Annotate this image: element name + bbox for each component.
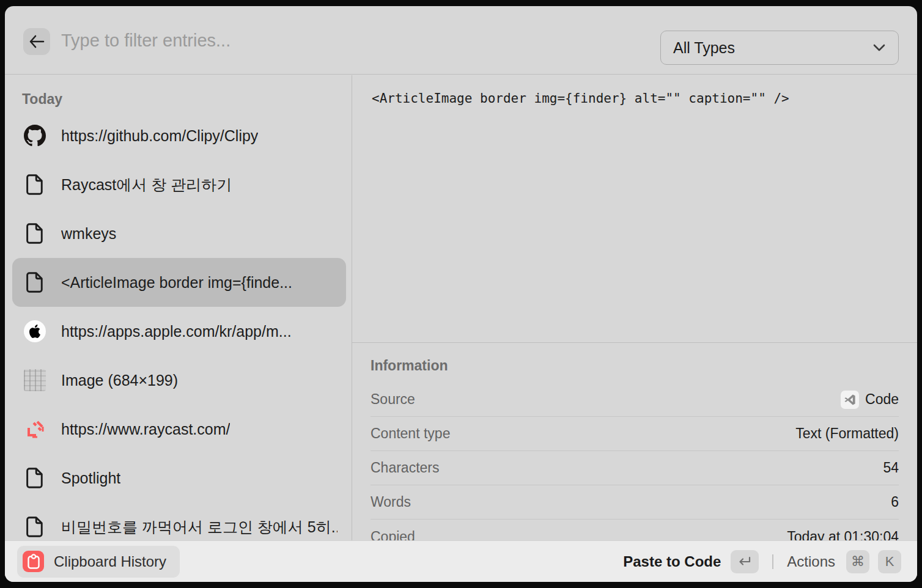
github-icon [23,124,46,147]
image-thumbnail [23,369,46,392]
apple-icon [23,320,46,343]
raycast-icon [23,417,46,441]
app-name: Clipboard History [54,553,166,570]
info-label: Source [371,391,415,408]
list-item[interactable]: wmkeys [12,209,346,258]
list-item[interactable]: 비밀번호를 까먹어서 로그인 창에서 5히... [12,502,346,540]
info-row-content-type: Content type Text (Formatted) [371,417,899,451]
entry-label: Spotlight [61,469,120,487]
info-value: Text (Formatted) [795,425,899,442]
type-filter-label: All Types [673,39,872,57]
footer-separator [772,554,773,569]
document-icon [23,222,46,245]
document-icon [23,515,46,538]
back-button[interactable] [23,28,50,55]
type-filter-dropdown[interactable]: All Types [660,31,899,65]
list-item[interactable]: Raycast에서 창 관리하기 [12,160,346,209]
entry-label: https://www.raycast.com/ [61,421,230,438]
info-label: Words [371,494,411,510]
document-icon [23,271,46,294]
info-row-words: Words 6 [371,485,899,520]
info-label: Copied [371,529,415,541]
entry-detail-panel: <ArticleImage border img={finder} alt=""… [352,75,917,540]
arrow-left-icon [29,35,45,48]
section-label-today: Today [22,91,352,108]
vscode-icon [841,391,859,409]
footer-action-bar: Clipboard History Paste to Code Actions … [5,540,917,582]
search-input[interactable] [61,24,611,56]
info-value: Today at 01:30:04 [787,529,899,541]
list-item[interactable]: Image (684×199) [12,356,346,405]
info-row-copied: Copied Today at 01:30:04 [371,520,899,540]
document-icon [23,173,46,196]
info-row-characters: Characters 54 [371,451,899,485]
information-section: Information Source Code Content type Tex… [352,342,917,540]
info-value: 54 [883,460,899,476]
list-item-selected[interactable]: <ArticleImage border img={finde... [12,258,346,307]
clipboard-icon [23,551,44,572]
information-title: Information [371,358,899,374]
list-item[interactable]: https://www.raycast.com/ [12,405,346,454]
info-value: 6 [891,494,899,510]
paste-to-code-button[interactable]: Paste to Code [623,550,759,573]
entry-label: 비밀번호를 까먹어서 로그인 창에서 5히... [61,517,337,537]
entry-label: wmkeys [61,225,116,243]
entry-label: Image (684×199) [61,372,178,389]
raycast-clipboard-window: All Types Today https://github.com/Clipy… [5,6,917,582]
clipboard-entry-list: Today https://github.com/Clipy/Clipy Ray… [5,75,352,540]
info-value: Code [841,391,899,409]
actions-button[interactable]: Actions ⌘ K [787,550,901,573]
clipboard-content-preview: <ArticleImage border img={finder} alt=""… [352,75,917,122]
info-label: Content type [371,425,450,442]
actions-label: Actions [787,553,835,570]
list-item[interactable]: Spotlight [12,454,346,502]
entry-label: <ArticleImage border img={finde... [61,274,292,292]
info-label: Characters [371,460,439,476]
paste-to-code-label: Paste to Code [623,553,721,570]
app-chip: Clipboard History [17,546,180,578]
enter-key-icon [731,550,759,573]
search-header: All Types [5,6,917,75]
document-icon [23,466,46,490]
list-item[interactable]: https://github.com/Clipy/Clipy [12,111,346,160]
k-key: K [878,550,901,573]
entry-label: https://github.com/Clipy/Clipy [61,127,258,145]
command-key-icon: ⌘ [846,550,869,573]
list-item[interactable]: https://apps.apple.com/kr/app/m... [12,307,346,356]
info-row-source: Source Code [371,383,899,417]
entry-label: Raycast에서 창 관리하기 [61,175,232,195]
chevron-down-icon [872,43,886,52]
entry-label: https://apps.apple.com/kr/app/m... [61,323,292,340]
